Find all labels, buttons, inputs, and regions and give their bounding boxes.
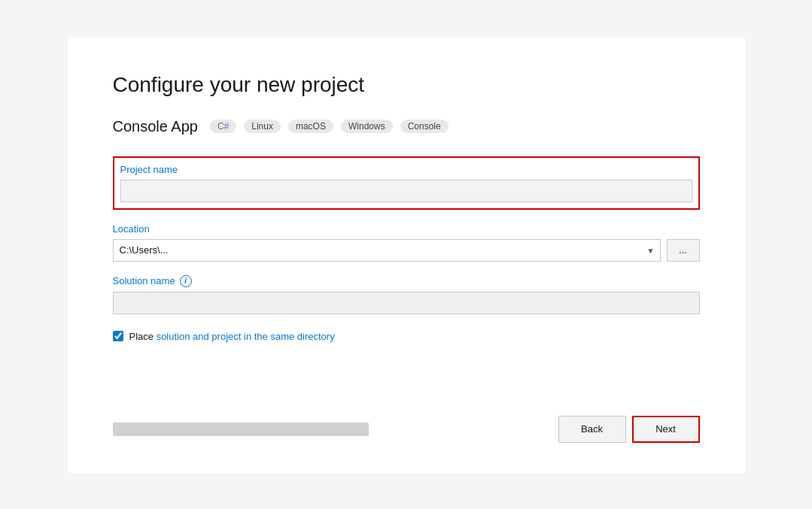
footer-decoration: [113, 423, 369, 436]
same-directory-checkbox[interactable]: [113, 331, 123, 341]
project-name-section: Project name: [113, 156, 700, 210]
app-type-label: Console App: [113, 118, 198, 135]
solution-label-row: Solution name i: [113, 275, 700, 287]
solution-name-group: Solution name i: [113, 275, 700, 314]
configure-project-dialog: Configure your new project Console App C…: [68, 37, 745, 473]
location-select[interactable]: C:\Users\...: [113, 239, 661, 262]
same-directory-row: Place solution and project in the same d…: [113, 331, 700, 342]
location-row: C:\Users\... ▼ ...: [113, 239, 700, 262]
project-name-label: Project name: [120, 164, 692, 175]
tag-linux: Linux: [244, 120, 281, 133]
location-label: Location: [113, 223, 700, 235]
tag-macos: macOS: [288, 120, 333, 133]
page-title: Configure your new project: [113, 73, 700, 97]
form-section: Project name Location C:\Users\... ▼ ...…: [113, 156, 700, 389]
tag-console: Console: [400, 120, 449, 133]
footer-row: Back Next: [113, 416, 700, 443]
info-icon[interactable]: i: [180, 275, 192, 287]
browse-button[interactable]: ...: [667, 239, 700, 262]
tag-windows: Windows: [341, 120, 393, 133]
app-type-row: Console App C# Linux macOS Windows Conso…: [113, 118, 700, 135]
next-button[interactable]: Next: [632, 416, 700, 443]
solution-name-input[interactable]: [113, 292, 700, 314]
footer-buttons: Back Next: [558, 416, 700, 443]
location-select-wrapper: C:\Users\... ▼: [113, 239, 661, 262]
solution-name-label: Solution name: [113, 275, 175, 286]
back-button[interactable]: Back: [558, 416, 626, 443]
same-directory-label[interactable]: Place solution and project in the same d…: [129, 331, 335, 342]
tag-csharp: C#: [210, 120, 236, 133]
project-name-group: Project name: [120, 164, 692, 202]
location-group: Location C:\Users\... ▼ ...: [113, 223, 700, 262]
project-name-input[interactable]: [120, 180, 692, 202]
